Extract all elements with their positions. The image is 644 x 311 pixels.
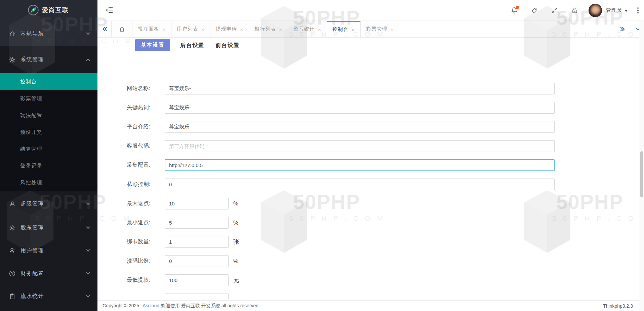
copyright: Copyright © 2025Ascloud欢迎使用 爱尚互联 开发系统 al… <box>103 303 260 309</box>
rocket-logo-icon <box>28 4 39 16</box>
chevron-down-icon <box>86 248 90 251</box>
tab-home[interactable] <box>112 21 132 37</box>
submenu-item-preset-draw[interactable]: 预设开奖 <box>0 124 97 141</box>
field-label: 网站名称: <box>97 85 151 92</box>
unit-label: % <box>233 258 238 265</box>
field-label: 关键热词: <box>97 104 151 111</box>
tab-withdraw-requests[interactable]: 提现申请 × <box>210 21 249 37</box>
close-icon[interactable]: × <box>240 27 244 32</box>
tab-label: 用户列表 <box>177 26 198 32</box>
form-row-collect-config: 采集配置: <box>97 159 639 171</box>
submenu-item-lottery[interactable]: 彩票管理 <box>0 90 97 107</box>
unit-label: 元 <box>233 276 239 284</box>
sidebar-item-user-admin[interactable]: 用户管理 <box>0 239 97 262</box>
min-rebate-input[interactable] <box>165 217 229 229</box>
max-rebate-input[interactable] <box>165 198 229 209</box>
scrollbar-thumb[interactable] <box>640 151 643 197</box>
home-icon <box>9 30 15 37</box>
tabs-scroll-left-button[interactable] <box>97 21 112 37</box>
sidebar-item-label: 常规导航 <box>21 30 44 37</box>
tab-label: 彩票管理 <box>366 26 388 32</box>
sidebar-item-label: 流水统计 <box>21 293 44 300</box>
private-control-input[interactable] <box>165 179 555 190</box>
tabs-scroll-right-button[interactable] <box>620 27 626 32</box>
tab-user-list[interactable]: 用户列表 × <box>171 21 210 37</box>
tab-label: 盈亏统计 <box>293 26 315 32</box>
gear-outline-icon <box>9 224 15 231</box>
sidebar-item-system[interactable]: 系统管理 <box>0 46 97 73</box>
tag-icon[interactable] <box>531 7 538 14</box>
form-row-platform-intro: 平台介绍: <box>97 121 639 133</box>
close-icon[interactable]: × <box>352 27 355 32</box>
submenu-label: 控制台 <box>20 79 37 85</box>
user-menu-label[interactable]: 管理员 <box>606 7 622 13</box>
sidebar-item-general-nav[interactable]: 常规导航 <box>0 22 97 46</box>
sidebar-item-label: 超级管理 <box>21 200 44 207</box>
collect-config-input[interactable] <box>165 159 555 171</box>
subtab-backend-settings[interactable]: 后台设置 <box>178 42 206 49</box>
service-code-input[interactable] <box>165 140 555 152</box>
sidebar: 爱尚互联 常规导航 <box>0 0 97 311</box>
close-icon[interactable]: × <box>201 27 205 32</box>
users-icon <box>9 247 15 254</box>
sidebar-item-shareholder[interactable]: 股东管理 <box>0 216 97 239</box>
site-name-input[interactable] <box>165 83 555 94</box>
tab-bank-list[interactable]: 银行列表 × <box>249 21 288 37</box>
ascloud-link[interactable]: Ascloud <box>143 303 159 308</box>
form-row-site-name: 网站名称: <box>97 83 639 94</box>
tab-lottery-admin[interactable]: 彩票管理 × <box>361 21 400 37</box>
submenu-item-console[interactable]: 控制台 <box>0 73 97 90</box>
submenu-item-play-config[interactable]: 玩法配置 <box>0 107 97 124</box>
submenu-item-settlement[interactable]: 结算管理 <box>0 141 97 157</box>
tabs-right-controls <box>620 21 641 37</box>
unit-label: 张 <box>233 238 239 246</box>
copyright-prefix: Copyright © 2025 <box>103 303 139 308</box>
unit-label: % <box>233 220 238 226</box>
form-row-keywords: 关键热词: <box>97 102 639 114</box>
min-withdraw-input[interactable] <box>165 274 229 286</box>
tab-console-active[interactable]: 控制台 × <box>327 21 361 37</box>
field-label: 采集配置: <box>97 162 151 169</box>
keywords-input[interactable] <box>165 102 555 114</box>
admin-console-page: 爱尚互联 常规导航 <box>0 0 644 311</box>
submenu-item-risk-control[interactable]: 风控处理 <box>0 174 97 191</box>
field-label: 客服代码: <box>97 143 151 150</box>
caret-down-icon[interactable] <box>625 10 628 12</box>
form-row-private-control: 私彩控制: <box>97 179 639 190</box>
close-icon[interactable]: × <box>162 27 166 32</box>
tab-profit-stats[interactable]: 盈亏统计 × <box>288 21 327 37</box>
close-icon[interactable]: × <box>318 27 321 32</box>
form-row-max-rebate: 最大返点: % <box>97 198 639 209</box>
subtab-frontend-settings[interactable]: 前台设置 <box>213 42 242 49</box>
platform-intro-input[interactable] <box>165 121 555 133</box>
expand-icon[interactable] <box>551 7 558 14</box>
chevron-down-icon <box>86 294 90 297</box>
chevron-down-icon <box>86 201 90 205</box>
tab-bet-panel[interactable]: 投注面板 × <box>132 21 171 37</box>
bell-icon[interactable] <box>511 7 518 14</box>
open-tabs-bar: 投注面板 × 用户列表 × 提现申请 × 银行列表 × 盈亏统计 × 控制台 ×… <box>97 21 644 38</box>
menu-fold-icon[interactable] <box>106 6 114 14</box>
field-label: 最大返点: <box>97 200 151 207</box>
sidebar-item-label: 系统管理 <box>21 56 44 63</box>
subtab-basic-settings[interactable]: 基本设置 <box>135 39 170 51</box>
sidebar-item-turnover-stats[interactable]: 流水统计 <box>0 285 97 308</box>
vertical-scrollbar[interactable] <box>639 21 644 311</box>
form-row-min-rebate: 最小返点: % <box>97 217 639 229</box>
card-count-input[interactable] <box>165 236 229 248</box>
field-label: 最小返点: <box>97 219 151 226</box>
more-menu-icon[interactable] <box>637 7 639 13</box>
sidebar-item-finance[interactable]: 财务配置 <box>0 262 97 285</box>
submenu-label: 风控处理 <box>20 180 42 186</box>
avatar[interactable] <box>589 4 602 17</box>
tab-label: 控制台 <box>332 26 349 33</box>
submenu-item-login-log[interactable]: 登录记录 <box>0 157 97 174</box>
home-icon <box>119 26 125 32</box>
brand[interactable]: 爱尚互联 <box>0 0 97 20</box>
close-icon[interactable]: × <box>391 27 394 32</box>
close-icon[interactable]: × <box>279 27 282 32</box>
submenu-label: 登录记录 <box>20 163 42 169</box>
wash-ratio-input[interactable] <box>165 255 229 267</box>
sidebar-item-super-admin[interactable]: 超级管理 <box>0 192 97 216</box>
unlock-icon[interactable] <box>571 7 578 14</box>
